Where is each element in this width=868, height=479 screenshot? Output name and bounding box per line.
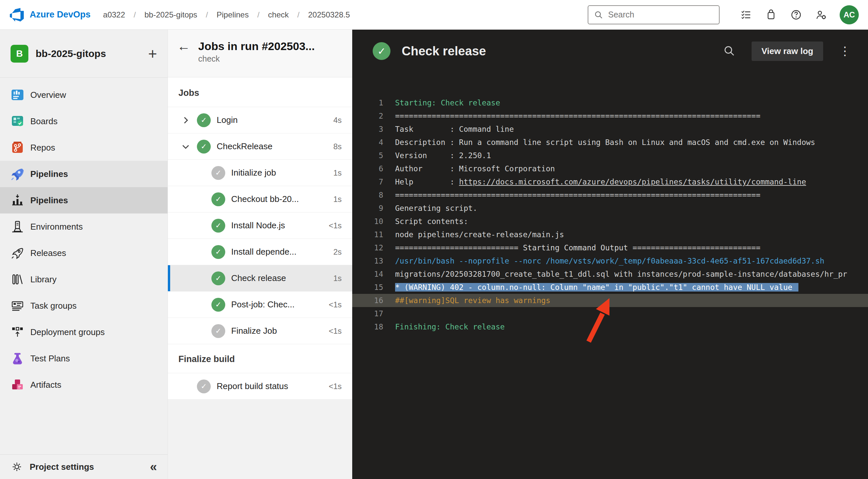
job-row-checkrelease[interactable]: ✓CheckRelease8s — [168, 133, 352, 160]
jobs-panel-title: Jobs in run #202503... — [198, 40, 315, 53]
sidebar-item-label: Test Plans — [30, 353, 70, 364]
add-project-icon[interactable]: + — [148, 46, 157, 61]
tasklist-icon[interactable] — [739, 8, 752, 22]
sidebar-item-label: Releases — [30, 248, 66, 258]
job-duration: <1s — [326, 327, 342, 336]
job-duration: <1s — [326, 382, 342, 391]
log-line-number: 6 — [362, 162, 383, 175]
log-line-number: 2 — [362, 109, 383, 123]
log-line-number: 12 — [362, 241, 383, 254]
sidebar-item-deployment-groups[interactable]: Deployment groups — [0, 319, 167, 345]
job-duration: 2s — [330, 247, 342, 256]
avatar[interactable]: AC — [840, 5, 859, 24]
job-duration: <1s — [326, 300, 342, 309]
search-input[interactable] — [608, 10, 714, 20]
log-line-number: 9 — [362, 202, 383, 215]
log-body[interactable]: 1Starting: Check release2===============… — [352, 72, 868, 479]
brand[interactable]: Azure DevOps — [9, 7, 91, 23]
log-line-13: 13/usr/bin/bash --noprofile --norc /home… — [352, 254, 868, 268]
pipelines-icon — [10, 166, 25, 181]
environments-icon — [10, 219, 25, 234]
jobs-section-label: Jobs — [168, 77, 352, 107]
sidebar-item-library[interactable]: Library — [0, 266, 167, 293]
chevron-right-icon[interactable] — [180, 114, 192, 126]
breadcrumb-separator: / — [133, 10, 136, 20]
sidebar-item-label: Pipelines — [30, 195, 68, 206]
sidebar-item-label: Overview — [30, 90, 66, 100]
job-row-login[interactable]: ✓Login4s — [168, 107, 352, 133]
sidebar-item-pipelines[interactable]: Pipelines — [0, 161, 167, 187]
log-line-number: 4 — [362, 136, 383, 149]
log-line-8: 8=======================================… — [352, 189, 868, 202]
breadcrumb-item[interactable]: a0322 — [103, 10, 125, 20]
search-box[interactable] — [588, 5, 720, 24]
log-line-text: * (WARNING) 402 - column.no-null: Column… — [395, 281, 868, 294]
sidebar-item-test-plans[interactable]: Test Plans — [0, 345, 167, 372]
sidebar-item-environments[interactable]: Environments — [0, 213, 167, 240]
sidebar-item-label: Repos — [30, 143, 55, 153]
log-line-3: 3Task : Command line — [352, 123, 868, 136]
job-row-check-release[interactable]: ✓Check release1s — [168, 265, 352, 291]
jobs-panel: ← Jobs in run #202503... check Jobs ✓Log… — [167, 30, 352, 479]
log-line-5: 5Version : 2.250.1 — [352, 149, 868, 162]
job-row-report-build-status[interactable]: ✓Report build status<1s — [168, 373, 352, 399]
sidebar-item-releases[interactable]: Releases — [0, 240, 167, 266]
chevron-down-icon[interactable] — [180, 141, 192, 152]
job-row-initialize-job[interactable]: ✓Initialize job1s — [168, 160, 352, 186]
project-row[interactable]: B bb-2025-gitops + — [0, 30, 167, 77]
job-row-label: Check release — [231, 273, 286, 283]
job-row-finalize-job[interactable]: ✓Finalize Job<1s — [168, 317, 352, 344]
breadcrumb-item[interactable]: bb-2025-gitops — [145, 10, 197, 20]
log-line-text: Description : Run a command line script … — [395, 136, 868, 149]
log-line-text: =========================== Starting Com… — [395, 241, 868, 254]
skipped-check-icon: ✓ — [211, 166, 225, 180]
job-row-install-node-js[interactable]: ✓Install Node.js<1s — [168, 212, 352, 239]
sidebar-item-task-groups[interactable]: Task groups — [0, 293, 167, 319]
breadcrumb-item[interactable]: 20250328.5 — [308, 10, 350, 20]
log-header: ✓ Check release View raw log ⋮ — [352, 30, 868, 72]
job-row-post-job-chec[interactable]: ✓Post-job: Chec...<1s — [168, 291, 352, 317]
pipelines-hub-icon — [10, 193, 25, 208]
breadcrumb-item[interactable]: check — [268, 10, 289, 20]
skipped-check-icon: ✓ — [197, 379, 211, 394]
help-link[interactable]: https://docs.microsoft.com/azure/devops/… — [459, 178, 806, 186]
back-arrow-icon[interactable]: ← — [177, 39, 190, 53]
collapse-sidebar-icon[interactable]: « — [150, 460, 157, 474]
sidebar-item-repos[interactable]: Repos — [0, 134, 167, 161]
view-raw-log-button[interactable]: View raw log — [752, 41, 823, 61]
log-search-icon[interactable] — [722, 44, 736, 58]
log-line-text: Starting: Check release — [395, 96, 868, 109]
log-line-number: 8 — [362, 189, 383, 202]
log-line-text: ##[warning]SQL review has warnings — [395, 294, 868, 307]
sidebar-item-boards[interactable]: Boards — [0, 108, 167, 134]
user-settings-icon[interactable] — [814, 8, 828, 22]
log-line-number: 16 — [362, 294, 383, 307]
log-line-number: 10 — [362, 215, 383, 228]
job-row-checkout-bb-20[interactable]: ✓Checkout bb-20...1s — [168, 186, 352, 212]
success-check-icon: ✓ — [211, 271, 225, 285]
finalize-job-rows: ✓Report build status<1s — [168, 373, 352, 399]
sidebar-item-label: Artifacts — [30, 380, 61, 390]
log-line-2: 2=======================================… — [352, 109, 868, 123]
job-duration: 1s — [330, 168, 342, 178]
test-plans-icon — [10, 351, 25, 366]
job-duration: 1s — [330, 195, 342, 204]
gear-icon — [10, 460, 23, 473]
help-icon[interactable] — [789, 8, 803, 22]
log-line-number: 17 — [362, 307, 383, 320]
jobs-panel-fill — [168, 399, 352, 479]
log-line-9: 9Generating script. — [352, 202, 868, 215]
log-line-number: 14 — [362, 268, 383, 281]
sidebar-item-label: Library — [30, 274, 56, 285]
sidebar-item-overview[interactable]: Overview — [0, 82, 167, 108]
breadcrumb-item[interactable]: Pipelines — [217, 10, 249, 20]
log-line-text: Task : Command line — [395, 123, 868, 136]
job-row-install-depende[interactable]: ✓Install depende...2s — [168, 239, 352, 265]
sidebar-item-artifacts[interactable]: Artifacts — [0, 372, 167, 398]
more-options-icon[interactable]: ⋮ — [838, 45, 852, 57]
finalize-build-section-label: Finalize build — [168, 344, 352, 373]
sidebar-item-pipelines-hub[interactable]: Pipelines — [0, 187, 167, 213]
marketplace-icon[interactable] — [765, 8, 778, 22]
project-settings-button[interactable]: Project settings « — [0, 455, 167, 479]
success-check-icon: ✓ — [197, 113, 211, 127]
